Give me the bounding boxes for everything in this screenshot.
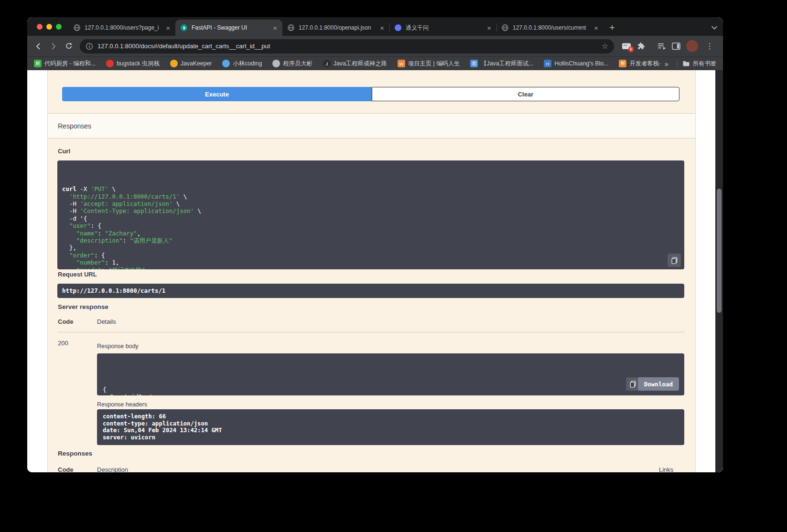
bookmark-item[interactable]: JavaKeeper	[170, 60, 212, 67]
globe-icon	[501, 24, 509, 32]
bookmark-label: HollisChuang's Blo...	[554, 60, 608, 67]
curl-command-block: curl -X 'PUT' \ 'http://127.0.0.1:8000/c…	[57, 160, 684, 269]
browser-tab[interactable]: 通义千问×	[389, 20, 496, 36]
media-controls-button[interactable]	[658, 43, 666, 50]
documented-responses-label: Responses	[58, 450, 92, 457]
status-code: 200	[58, 340, 68, 347]
bookmark-item[interactable]: W项目主页 | 编码人生	[398, 60, 460, 68]
response-body-block: Download { "cart_id": 1, "user_name": "Z…	[97, 353, 684, 395]
bookmark-item[interactable]: HHollisChuang's Blo...	[544, 60, 608, 67]
all-bookmarks-button[interactable]: 所有书签	[682, 60, 716, 68]
tab-list: 127.0.0.1:8000/users?page_i×FastAPI - Sw…	[68, 17, 604, 36]
browser-menu-icon[interactable]: ⋮	[704, 42, 715, 51]
side-panel-icon	[672, 43, 680, 50]
bookmark-label: JavaKeeper	[181, 60, 212, 67]
bookmark-label: 【Java工程师面试...	[481, 60, 533, 68]
clear-button[interactable]: Clear	[372, 87, 679, 101]
code-line: server: uvicorn	[103, 434, 679, 441]
scrollbar-thumb[interactable]	[717, 189, 722, 313]
code-line: },	[62, 244, 679, 251]
globe-icon	[73, 24, 81, 32]
bookmarks-separator	[677, 60, 678, 67]
copy-response-button[interactable]	[626, 377, 639, 391]
tab-close-icon[interactable]: ×	[378, 24, 386, 32]
browser-window: 127.0.0.1:8000/users?page_i×FastAPI - Sw…	[27, 17, 723, 472]
responses-section-header: Responses	[48, 113, 695, 138]
table-divider	[57, 332, 685, 332]
reload-button[interactable]	[62, 39, 76, 53]
tab-bar: 127.0.0.1:8000/users?page_i×FastAPI - Sw…	[27, 17, 723, 36]
code-line: -d '{	[62, 215, 679, 222]
address-bar: 127.0.0.1:8000/docs#/default/update_cart…	[27, 36, 723, 56]
code-line: "user": {	[62, 222, 679, 229]
scrollbar-track[interactable]	[715, 70, 723, 472]
execute-button[interactable]: Execute	[62, 87, 372, 101]
tab-title: 通义千问	[406, 24, 482, 32]
bookmarks-overflow-chevron-icon[interactable]: »	[660, 60, 672, 68]
code-line: 'http://127.0.0.1:8000/carts/1' \	[62, 193, 679, 200]
responses-title: Responses	[58, 122, 91, 130]
tab-close-icon[interactable]: ×	[271, 24, 279, 32]
browser-tab[interactable]: 127.0.0.1:8000/openapi.json×	[282, 20, 389, 36]
bookmark-item[interactable]: 面【Java工程师面试...	[470, 60, 533, 68]
bookmark-label: 开发者客栈-帮助开...	[629, 60, 660, 68]
url-text: 127.0.0.1:8000/docs#/default/update_cart…	[97, 43, 597, 50]
bookmark-item[interactable]: 帮开发者客栈-帮助开...	[619, 60, 660, 68]
execute-wrapper: Execute Clear	[62, 87, 679, 101]
browser-tab[interactable]: 127.0.0.1:8000/users/current×	[496, 20, 604, 36]
swagger-content: Execute Clear Responses Curl curl -X 'PU…	[27, 70, 723, 472]
bookmark-item[interactable]: bugstack 虫洞栈	[106, 60, 160, 68]
links-column-header: Links	[659, 466, 673, 472]
info-icon	[86, 43, 93, 50]
tab-search-chevron-icon[interactable]	[712, 23, 717, 32]
copy-curl-button[interactable]	[668, 254, 681, 267]
request-url-label: Request URL	[58, 271, 97, 278]
code-line: content-type: application/json	[103, 420, 679, 427]
new-tab-button[interactable]: +	[605, 21, 619, 34]
bookmark-label: 小林coding	[233, 60, 262, 68]
bookmark-list: 厨代码厨房 - 编程和...bugstack 虫洞栈JavaKeeper小林co…	[34, 60, 660, 68]
maximize-window-button[interactable]	[56, 24, 62, 30]
forward-icon	[49, 42, 58, 51]
bookmark-item[interactable]: JJava工程师成神之路	[323, 60, 387, 68]
code-line: "goods": "笔记本电脑"	[62, 266, 679, 269]
tab-close-icon[interactable]: ×	[164, 24, 172, 32]
media-controls-icon	[658, 43, 666, 50]
description-column-header: Description	[97, 466, 128, 472]
bookmark-label: 程序员大彬	[283, 60, 312, 68]
back-button[interactable]	[31, 39, 45, 53]
curl-label: Curl	[58, 148, 70, 155]
close-window-button[interactable]	[37, 24, 43, 30]
bookmark-item[interactable]: 厨代码厨房 - 编程和...	[34, 60, 96, 68]
code-column-header: Code	[58, 318, 74, 325]
back-icon	[34, 42, 43, 51]
clipboard-icon	[630, 381, 636, 388]
details-column-header: Details	[97, 318, 116, 325]
extension-button[interactable]: 1	[622, 43, 631, 50]
bookmark-favicon	[106, 60, 114, 67]
tab-title: 127.0.0.1:8000/users/current	[513, 24, 589, 31]
code-line: -H 'accept: application/json' \	[62, 200, 679, 207]
extensions-puzzle-button[interactable]	[637, 42, 645, 50]
tab-title: FastAPI - Swagger UI	[192, 24, 268, 31]
browser-tab[interactable]: FastAPI - Swagger UI×	[175, 20, 282, 36]
clipboard-icon	[671, 257, 678, 264]
url-input[interactable]: 127.0.0.1:8000/docs#/default/update_cart…	[80, 39, 614, 53]
download-button[interactable]: Download	[638, 377, 679, 391]
bookmark-star-icon[interactable]: ☆	[602, 42, 608, 51]
side-panel-button[interactable]	[672, 43, 680, 50]
bookmark-favicon	[170, 60, 178, 67]
tab-close-icon[interactable]: ×	[593, 24, 600, 32]
code-line: "cart_id": 1,	[103, 393, 679, 395]
bookmark-item[interactable]: 小林coding	[222, 60, 262, 68]
minimize-window-button[interactable]	[46, 24, 52, 30]
code-line: -H 'Content-Type: application/json' \	[62, 207, 679, 214]
code-column-header: Code	[58, 466, 74, 472]
forward-button[interactable]	[46, 39, 61, 53]
tab-close-icon[interactable]: ×	[485, 24, 493, 32]
tab-title: 127.0.0.1:8000/openapi.json	[299, 24, 375, 31]
bookmark-favicon	[222, 60, 230, 67]
browser-tab[interactable]: 127.0.0.1:8000/users?page_i×	[68, 20, 175, 36]
bookmark-item[interactable]: 程序员大彬	[272, 60, 312, 68]
profile-avatar[interactable]	[686, 40, 698, 52]
